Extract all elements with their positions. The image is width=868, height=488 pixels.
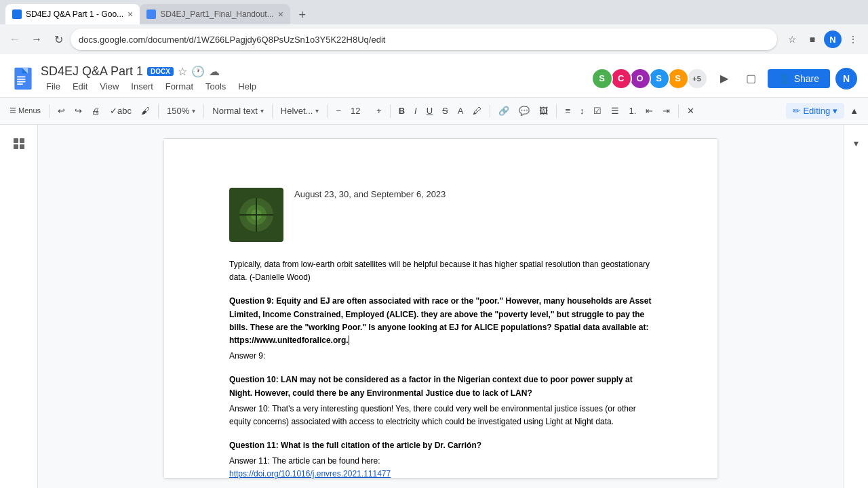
indent-increase-button[interactable]: ⇥ (658, 102, 674, 121)
toolbar-sep-6 (390, 104, 391, 118)
italic-button[interactable]: I (410, 102, 421, 121)
docs-title[interactable]: SD4EJ Q&A Part 1 (41, 64, 143, 79)
intro-paragraph: Typically, data from low-earth orbit sat… (229, 258, 652, 284)
browser-toolbar-right: ☆ ■ N ⋮ (783, 30, 863, 49)
address-bar-row: ← → ↻ ☆ ■ N ⋮ (0, 24, 868, 54)
svg-rect-8 (20, 138, 24, 143)
increase-font-button[interactable]: + (372, 102, 386, 121)
docs-logo-icon (11, 66, 35, 91)
menu-view[interactable]: View (94, 80, 124, 93)
font-select[interactable]: Helvet... ▾ (277, 102, 323, 121)
text-color-button[interactable]: A (454, 102, 468, 121)
right-panel-icon[interactable]: ▼ (843, 130, 869, 157)
sidebar-explore-icon[interactable] (5, 130, 33, 157)
menu-tools[interactable]: Tools (200, 80, 231, 93)
toolbar-sep-8 (556, 104, 557, 118)
docs-title-row: SD4EJ Q&A Part 1 DOCX ☆ 🕐 ☁ (41, 64, 589, 79)
extensions-button[interactable]: ■ (803, 30, 822, 49)
cloud-icon[interactable]: ☁ (209, 65, 220, 78)
comment-button[interactable]: 💬 (515, 102, 534, 121)
style-dropdown-arrow: ▾ (260, 107, 264, 115)
menu-edit[interactable]: Edit (67, 80, 93, 93)
collab-avatar-2: C (610, 68, 632, 89)
tab-title-1: SD4EJ Q&A Part 1 - Goo... (26, 9, 123, 19)
toolbar-sep-1 (49, 104, 50, 118)
back-button[interactable]: ← (5, 30, 24, 49)
zoom-select[interactable]: 150% ▾ (163, 102, 199, 121)
tab-close-2[interactable]: × (278, 9, 283, 20)
editing-dropdown-arrow: ▾ (833, 106, 837, 116)
more-menu-button[interactable]: ⋮ (844, 30, 863, 49)
doc-logo (229, 188, 283, 242)
user-avatar-header[interactable]: N (835, 68, 857, 89)
undo-button[interactable]: ↩ (54, 102, 69, 121)
strikethrough-button[interactable]: S (438, 102, 452, 121)
tab-title-2: SD4EJ_Part1_Final_Handout... (160, 9, 273, 19)
profile-avatar: N (824, 30, 842, 48)
question-10-block: Question 10: LAN may not be considered a… (229, 373, 652, 428)
collab-avatar-4: S (648, 68, 670, 89)
tab-inactive[interactable]: SD4EJ_Part1_Final_Handout... × (140, 4, 290, 24)
align-button[interactable]: ≡ (561, 102, 574, 121)
font-size-value[interactable]: 12 (347, 102, 371, 121)
forward-button[interactable]: → (27, 30, 46, 49)
answer-11-link[interactable]: https://doi.org/10.1016/j.envres.2021.11… (229, 469, 391, 479)
collab-avatar-1: S (591, 68, 613, 89)
style-select[interactable]: Normal text ▾ (208, 102, 267, 121)
bold-button[interactable]: B (395, 102, 409, 121)
doc-header-date: August 23, 30, and September 6, 2023 (294, 188, 446, 201)
docs-page-area[interactable]: August 23, 30, and September 6, 2023 Typ… (38, 125, 844, 488)
redo-button[interactable]: ↪ (71, 102, 86, 121)
numbered-list-button[interactable]: 1. (625, 102, 640, 121)
new-tab-button[interactable]: + (293, 5, 312, 24)
answer-10-text: Answer 10: That's a very interesting que… (229, 403, 652, 428)
menu-help[interactable]: Help (233, 80, 262, 93)
reload-button[interactable]: ↻ (49, 30, 68, 49)
history-icon[interactable]: 🕐 (191, 65, 205, 78)
toolbar-sep-9 (678, 104, 679, 118)
menus-button[interactable]: ☰ Menus (5, 102, 45, 121)
docx-badge: DOCX (147, 67, 174, 76)
tab-bar: SD4EJ Q&A Part 1 - Goo... × SD4EJ_Part1_… (0, 0, 868, 24)
underline-button[interactable]: U (422, 102, 437, 121)
answer-9-text: Answer 9: (229, 350, 652, 363)
bookmark-button[interactable]: ☆ (783, 30, 802, 49)
text-cursor (349, 336, 349, 345)
link-button[interactable]: 🔗 (494, 102, 513, 121)
indent-decrease-button[interactable]: ⇤ (642, 102, 657, 121)
tab-close-1[interactable]: × (127, 9, 133, 20)
docs-header: SD4EJ Q&A Part 1 DOCX ☆ 🕐 ☁ File Edit Vi… (0, 54, 868, 98)
svg-rect-6 (17, 83, 23, 85)
checklist-button[interactable]: ☑ (589, 102, 606, 121)
docs-toolbar: ☰ Menus ↩ ↪ 🖨 ✓abc 🖌 150% ▾ Normal text … (0, 98, 868, 125)
clear-format-button[interactable]: ✕ (683, 102, 698, 121)
paint-format-button[interactable]: 🖌 (137, 102, 154, 121)
svg-rect-7 (14, 138, 18, 143)
menu-file[interactable]: File (41, 80, 66, 93)
svg-rect-3 (17, 76, 26, 77)
toolbar-sep-5 (327, 104, 328, 118)
tab-active[interactable]: SD4EJ Q&A Part 1 - Goo... × (5, 4, 140, 24)
editing-mode-button[interactable]: ✏ Editing ▾ (786, 103, 844, 119)
view-options-button[interactable]: ▢ (741, 68, 762, 89)
line-spacing-button[interactable]: ↕ (576, 102, 589, 121)
collapse-toolbar-button[interactable]: ▲ (846, 102, 863, 121)
image-button[interactable]: 🖼 (535, 102, 552, 121)
star-icon[interactable]: ☆ (178, 65, 187, 78)
print-button[interactable]: 🖨 (87, 102, 104, 121)
profile-button[interactable]: N (823, 30, 842, 49)
share-label: Share (794, 73, 819, 84)
toolbar-sep-4 (272, 104, 273, 118)
share-button[interactable]: 👤 Share (768, 69, 830, 88)
docs-menu-bar: File Edit View Insert Format Tools Help (41, 80, 589, 93)
doc-page: August 23, 30, and September 6, 2023 Typ… (164, 139, 717, 478)
bullet-list-button[interactable]: ☰ (607, 102, 623, 121)
editing-pencil-icon: ✏ (793, 106, 800, 116)
spellcheck-button[interactable]: ✓abc (106, 102, 136, 121)
menu-insert[interactable]: Insert (125, 80, 159, 93)
present-button[interactable]: ▶ (713, 68, 735, 89)
menu-format[interactable]: Format (160, 80, 199, 93)
highlight-button[interactable]: 🖊 (469, 102, 486, 121)
decrease-font-button[interactable]: − (332, 102, 345, 121)
address-input[interactable] (71, 28, 777, 50)
